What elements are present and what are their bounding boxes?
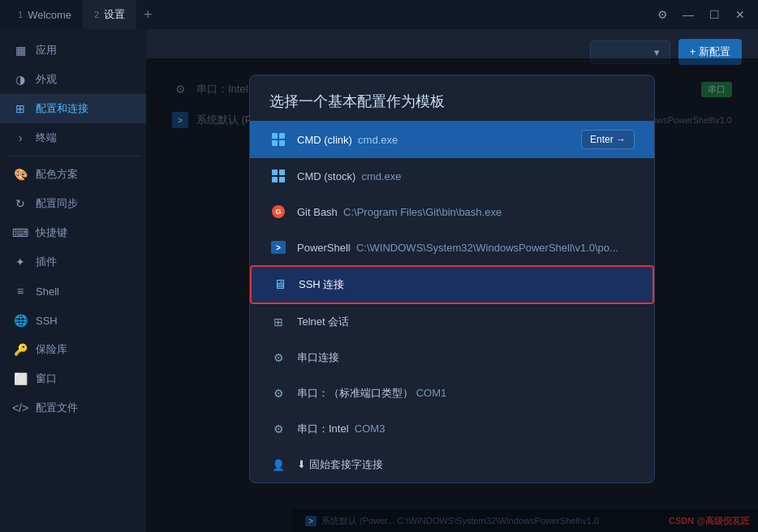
item-main-ssh: SSH 连接 xyxy=(299,277,633,292)
network-icon: ⊞ xyxy=(269,313,287,331)
tab1-num: 1 xyxy=(18,10,23,19)
windows-icon xyxy=(269,131,287,148)
list-item[interactable]: 🖥 SSH 连接 xyxy=(250,265,654,304)
minimize-button[interactable]: — xyxy=(677,3,700,26)
sidebar-label-config-files: 配置文件 xyxy=(36,401,78,415)
terminal-icon: › xyxy=(13,131,28,145)
template-modal: 选择一个基本配置作为模板 CMD (clink) cmd.exe Enter → xyxy=(249,75,655,483)
sidebar: ▦ 应用 ◑ 外观 ⊞ 配置和连接 › 终端 🎨 配色方案 ↻ 配置同步 ⌨ 快… xyxy=(0,29,146,532)
item-main-powershell: PowerShell C:\WINDOWS\System32\WindowsPo… xyxy=(297,242,635,254)
gear-icon: ⚙ xyxy=(269,384,287,402)
sidebar-label-sync: 配置同步 xyxy=(36,196,78,211)
item-name: Git Bash C:\Program Files\Git\bin\bash.e… xyxy=(297,206,635,218)
sidebar-item-terminal[interactable]: › 终端 xyxy=(0,123,146,152)
item-main-socket: ⬇ 固始套接字连接 xyxy=(297,457,635,472)
item-main-cmd-clink: CMD (clink) cmd.exe xyxy=(297,134,571,146)
sync-icon: ↻ xyxy=(13,196,28,211)
list-item[interactable]: 👤 ⬇ 固始套接字连接 xyxy=(250,447,654,483)
item-main-cmd-stock: CMD (stock) cmd.exe xyxy=(297,170,635,182)
sidebar-label-vault: 保险库 xyxy=(36,342,67,357)
sidebar-item-shortcuts[interactable]: ⌨ 快捷键 xyxy=(0,218,146,247)
gear-icon: ⚙ xyxy=(269,420,287,438)
item-main-git: Git Bash C:\Program Files\Git\bin\bash.e… xyxy=(297,206,635,218)
sidebar-item-vault[interactable]: 🔑 保险库 xyxy=(0,335,146,364)
sidebar-item-apps[interactable]: ▦ 应用 xyxy=(0,36,146,65)
list-item[interactable]: ⚙ 串口连接 xyxy=(250,340,654,375)
item-main-serial: 串口连接 xyxy=(297,350,635,365)
list-item[interactable]: > PowerShell C:\WINDOWS\System32\Windows… xyxy=(250,230,654,265)
sidebar-item-config-files[interactable]: </> 配置文件 xyxy=(0,393,146,423)
maximize-button[interactable]: ☐ xyxy=(703,3,726,26)
item-name: CMD (stock) cmd.exe xyxy=(297,170,635,182)
new-tab-button[interactable]: + xyxy=(136,3,159,26)
powershell-icon: > xyxy=(269,238,287,256)
list-item[interactable]: CMD (stock) cmd.exe xyxy=(250,158,654,194)
sidebar-label-shell: Shell xyxy=(36,285,59,298)
ssh-monitor-icon: 🖥 xyxy=(271,276,289,294)
enter-button[interactable]: Enter → xyxy=(581,130,635,149)
gear-icon: ⚙ xyxy=(269,349,287,367)
list-item[interactable]: ⚙ 串口：Intel COM3 xyxy=(250,411,654,447)
tab-welcome[interactable]: 1 Welcome xyxy=(6,0,83,29)
vault-icon: 🔑 xyxy=(13,342,28,357)
content-area: ▾ + 新配置 ⚙ 串口：Intel COM3 串口 > 系统默认 (Power… xyxy=(146,29,758,532)
modal-title: 选择一个基本配置作为模板 xyxy=(250,75,654,121)
new-config-label: + 新配置 xyxy=(690,45,730,59)
sidebar-item-window[interactable]: ⬜ 窗口 xyxy=(0,364,146,393)
list-item[interactable]: CMD (clink) cmd.exe Enter → xyxy=(250,121,654,158)
socket-icon: 👤 xyxy=(269,456,287,474)
dropdown-chevron-icon: ▾ xyxy=(654,46,660,58)
sidebar-item-ssh[interactable]: 🌐 SSH xyxy=(0,306,146,335)
sidebar-label-color-schemes: 配色方案 xyxy=(36,167,78,182)
item-name: 串口连接 xyxy=(297,350,635,365)
sidebar-label-plugins: 插件 xyxy=(36,255,57,269)
sidebar-item-configs[interactable]: ⊞ 配置和连接 xyxy=(0,94,146,123)
item-main-serial-std: 串口：（标准端口类型） COM1 xyxy=(297,386,635,401)
modal-overlay: 选择一个基本配置作为模板 CMD (clink) cmd.exe Enter → xyxy=(146,58,758,532)
tab-settings[interactable]: 2 设置 xyxy=(83,0,136,29)
tab1-label: Welcome xyxy=(28,9,71,21)
list-item[interactable]: ⊞ Telnet 会话 xyxy=(250,304,654,340)
item-main-telnet: Telnet 会话 xyxy=(297,315,635,329)
config-files-icon: </> xyxy=(13,401,28,415)
item-main-serial-intel: 串口：Intel COM3 xyxy=(297,422,635,436)
sidebar-item-shell[interactable]: ≡ Shell xyxy=(0,277,146,306)
tab2-label: 设置 xyxy=(104,7,125,22)
item-name: 串口：（标准端口类型） COM1 xyxy=(297,386,635,401)
item-name: CMD (clink) cmd.exe xyxy=(297,134,571,146)
sidebar-label-terminal: 终端 xyxy=(36,131,57,145)
sidebar-label-window: 窗口 xyxy=(36,371,57,386)
list-item[interactable]: G Git Bash C:\Program Files\Git\bin\bash… xyxy=(250,194,654,230)
sidebar-item-plugins[interactable]: ✦ 插件 xyxy=(0,247,146,277)
shortcuts-icon: ⌨ xyxy=(13,225,28,240)
titlebar: 1 Welcome 2 设置 + ⚙ — ☐ ✕ xyxy=(0,0,758,29)
sidebar-label-configs: 配置和连接 xyxy=(36,101,88,116)
color-schemes-icon: 🎨 xyxy=(13,167,28,182)
ssh-icon: 🌐 xyxy=(13,313,28,328)
item-name: Telnet 会话 xyxy=(297,315,635,329)
sidebar-item-color-schemes[interactable]: 🎨 配色方案 xyxy=(0,160,146,189)
window-controls: ⚙ — ☐ ✕ xyxy=(651,3,752,26)
sidebar-item-appearance[interactable]: ◑ 外观 xyxy=(0,65,146,94)
windows-icon xyxy=(269,167,287,185)
sidebar-item-sync[interactable]: ↻ 配置同步 xyxy=(0,189,146,218)
sidebar-divider-1 xyxy=(6,156,140,157)
close-button[interactable]: ✕ xyxy=(729,3,752,26)
main-layout: ▦ 应用 ◑ 外观 ⊞ 配置和连接 › 终端 🎨 配色方案 ↻ 配置同步 ⌨ 快… xyxy=(0,29,758,532)
apps-icon: ▦ xyxy=(13,43,28,58)
sidebar-label-apps: 应用 xyxy=(36,43,57,58)
shell-icon: ≡ xyxy=(13,284,28,298)
tab2-num: 2 xyxy=(94,10,99,19)
item-name: 串口：Intel COM3 xyxy=(297,422,635,436)
item-name: ⬇ 固始套接字连接 xyxy=(297,457,635,472)
modal-list: CMD (clink) cmd.exe Enter → CMD (stock) … xyxy=(250,121,654,483)
list-item[interactable]: ⚙ 串口：（标准端口类型） COM1 xyxy=(250,375,654,411)
settings-button[interactable]: ⚙ xyxy=(651,3,674,26)
item-name: PowerShell C:\WINDOWS\System32\WindowsPo… xyxy=(297,242,635,254)
plugins-icon: ✦ xyxy=(13,255,28,269)
configs-icon: ⊞ xyxy=(13,101,28,116)
window-icon: ⬜ xyxy=(13,371,28,386)
sidebar-label-ssh: SSH xyxy=(36,315,58,327)
item-name: SSH 连接 xyxy=(299,277,633,292)
appearance-icon: ◑ xyxy=(13,72,28,87)
